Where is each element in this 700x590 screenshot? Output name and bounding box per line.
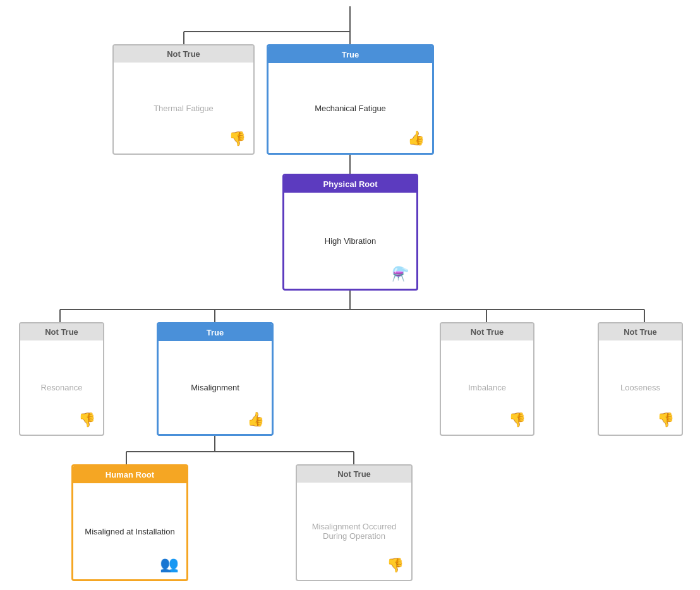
tree-container: Not True Thermal Fatigue 👎 True Mechanic… [0, 0, 700, 590]
node-looseness[interactable]: Not True Looseness 👎 [598, 322, 683, 436]
node-physical-root[interactable]: Physical Root High Vibration ⚗️ [282, 174, 418, 291]
node-mechanical-fatigue[interactable]: True Mechanical Fatigue 👍 [267, 44, 434, 155]
beaker-icon: ⚗️ [392, 266, 409, 282]
misalignment-header: True [159, 324, 272, 341]
resonance-thumbs-down-icon: 👎 [78, 412, 95, 428]
imbalance-header: Not True [441, 323, 533, 340]
mechanical-fatigue-header: True [269, 46, 432, 63]
node-thermal-fatigue[interactable]: Not True Thermal Fatigue 👎 [112, 44, 255, 155]
imbalance-thumbs-down-icon: 👎 [509, 412, 526, 428]
node-imbalance[interactable]: Not True Imbalance 👎 [440, 322, 534, 436]
people-icon: 👥 [160, 555, 179, 573]
node-misalignment-op[interactable]: Not True Misalignment Occurred During Op… [296, 464, 413, 581]
looseness-thumbs-down-icon: 👎 [657, 412, 674, 428]
thumbs-up-icon: 👍 [407, 130, 425, 147]
misalignment-op-thumbs-down-icon: 👎 [387, 557, 404, 574]
thumbs-down-icon: 👎 [229, 131, 246, 147]
resonance-header: Not True [20, 323, 103, 340]
physical-root-header: Physical Root [284, 176, 416, 193]
misalignment-thumbs-up-icon: 👍 [247, 411, 264, 428]
misalignment-op-header: Not True [297, 466, 411, 483]
node-resonance[interactable]: Not True Resonance 👎 [19, 322, 104, 436]
human-root-header: Human Root [73, 466, 186, 483]
looseness-header: Not True [599, 323, 682, 340]
node-human-root[interactable]: Human Root Misaligned at Installation 👥 [71, 464, 188, 581]
node-misalignment[interactable]: True Misalignment 👍 [157, 322, 274, 436]
thermal-fatigue-header: Not True [114, 45, 253, 63]
